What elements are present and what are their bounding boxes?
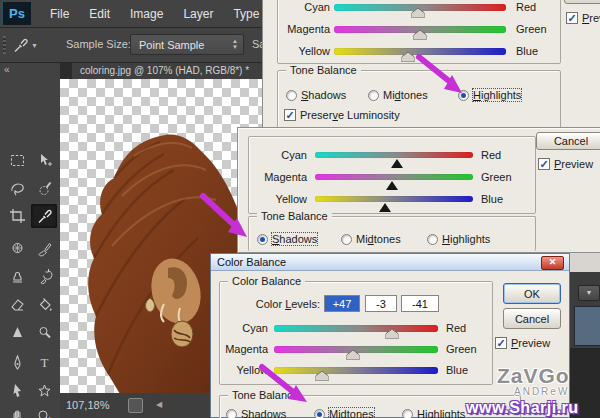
tool-dodge[interactable] bbox=[31, 320, 57, 344]
close-icon[interactable]: ✕ bbox=[541, 256, 564, 270]
tool-move[interactable] bbox=[31, 148, 57, 172]
photoshop-logo: Ps bbox=[2, 1, 32, 26]
eyedropper-preset-button[interactable]: ▼ bbox=[12, 34, 50, 56]
cyan-label: Cyan bbox=[278, 1, 330, 13]
highlights-radio-selected[interactable]: Highlights bbox=[458, 89, 521, 101]
yellow-label: Yellow bbox=[220, 364, 268, 376]
tool-brush[interactable] bbox=[31, 236, 57, 260]
panel-dropdown-button[interactable]: ▼ bbox=[578, 285, 600, 301]
tool-path-selection[interactable] bbox=[4, 378, 30, 402]
color-balance-dialog-top: Cyan Red Magenta Green Yellow Blue bbox=[262, 0, 600, 127]
green-label: Green bbox=[481, 171, 512, 183]
status-expand-icon[interactable]: ◀ bbox=[156, 400, 162, 409]
cancel-button-partial[interactable] bbox=[564, 0, 600, 4]
preview-checkbox-main[interactable]: ✓ Preview bbox=[495, 337, 550, 349]
radio-icon bbox=[368, 90, 379, 101]
menu-file[interactable]: File bbox=[40, 1, 79, 27]
cyan-red-slider[interactable] bbox=[315, 152, 473, 158]
midtones-radio-selected[interactable]: Midtones bbox=[314, 408, 374, 418]
shadows-radio[interactable]: Shadows bbox=[286, 89, 346, 101]
watermark-site: www.Sharji.ru bbox=[466, 399, 579, 417]
tool-rectangular-marquee[interactable] bbox=[4, 148, 30, 172]
slider-thumb[interactable] bbox=[391, 158, 403, 170]
slider-thumb[interactable] bbox=[414, 30, 427, 42]
stamp-icon bbox=[9, 268, 26, 285]
status-bar: 107,18% ◀ bbox=[60, 393, 210, 418]
slider-thumb[interactable] bbox=[379, 202, 391, 214]
cyan-red-slider[interactable] bbox=[334, 4, 506, 11]
tool-eraser[interactable] bbox=[4, 292, 30, 316]
tool-hand[interactable] bbox=[4, 404, 30, 418]
tool-clone-stamp[interactable] bbox=[4, 264, 30, 288]
shadows-radio-selected[interactable]: Shadows bbox=[257, 233, 317, 245]
panel-swatch[interactable] bbox=[574, 306, 600, 346]
highlights-radio[interactable]: Highlights bbox=[427, 233, 490, 245]
options-bar-grip[interactable] bbox=[3, 36, 6, 54]
color-levels-label: Color Levels: bbox=[240, 298, 320, 310]
history-brush-icon bbox=[36, 268, 53, 285]
collapse-panel-icon[interactable]: « bbox=[4, 64, 10, 75]
sample-size-select[interactable]: Point Sample ▲▼ bbox=[130, 34, 244, 55]
color-level-input-1[interactable] bbox=[324, 295, 360, 312]
checkbox-check-icon: ✓ bbox=[284, 109, 296, 121]
magenta-green-slider[interactable] bbox=[315, 174, 473, 180]
svg-text:T: T bbox=[40, 355, 48, 370]
brush-icon bbox=[36, 240, 53, 257]
preview-checkbox-top[interactable]: ✓ Preview bbox=[566, 12, 600, 24]
slider-thumb[interactable] bbox=[412, 8, 425, 20]
menu-image[interactable]: Image bbox=[120, 1, 173, 27]
tool-eyedropper-active[interactable] bbox=[31, 204, 57, 228]
green-label: Green bbox=[446, 343, 477, 355]
document-tab[interactable]: coloring.jpg @ 107% (HAD, RGB/8*) * bbox=[72, 63, 262, 79]
chevron-down-icon: ▼ bbox=[31, 42, 38, 49]
menu-layer[interactable]: Layer bbox=[173, 1, 223, 27]
radio-icon bbox=[286, 90, 297, 101]
cyan-label: Cyan bbox=[249, 149, 307, 161]
midtones-radio[interactable]: Midtones bbox=[341, 233, 401, 245]
patch-icon bbox=[9, 240, 26, 257]
color-level-input-2[interactable] bbox=[365, 295, 397, 312]
cancel-button[interactable]: Cancel bbox=[536, 132, 600, 150]
dialog-title-bar[interactable]: Color Balance ✕ bbox=[211, 254, 569, 271]
blue-label: Blue bbox=[481, 193, 503, 205]
magenta-green-slider[interactable] bbox=[334, 26, 506, 33]
slider-thumb[interactable] bbox=[315, 371, 328, 383]
yellow-blue-slider[interactable] bbox=[315, 196, 473, 202]
cancel-button[interactable]: Cancel bbox=[503, 308, 561, 329]
slider-thumb[interactable] bbox=[386, 329, 399, 341]
marquee-icon bbox=[9, 152, 26, 169]
midtones-radio[interactable]: Midtones bbox=[368, 89, 428, 101]
tool-healing-patch[interactable] bbox=[4, 236, 30, 260]
magenta-green-slider[interactable] bbox=[274, 346, 438, 353]
preview-checkbox-middle[interactable]: ✓ Preview bbox=[538, 158, 593, 170]
cyan-red-slider[interactable] bbox=[274, 325, 438, 332]
highlights-radio[interactable]: Highlights bbox=[402, 408, 465, 418]
red-label: Red bbox=[516, 1, 536, 13]
document-info-icon[interactable] bbox=[128, 398, 143, 413]
ok-button[interactable]: OK bbox=[503, 283, 561, 304]
tool-lasso[interactable] bbox=[4, 176, 30, 200]
tool-history-brush[interactable] bbox=[31, 264, 57, 288]
radio-icon bbox=[402, 409, 413, 418]
blue-label: Blue bbox=[516, 45, 538, 57]
slider-thumb[interactable] bbox=[401, 52, 414, 64]
cyan-label: Cyan bbox=[220, 322, 268, 334]
tool-custom-shape[interactable] bbox=[31, 378, 57, 402]
preserve-luminosity-checkbox[interactable]: ✓ Preserve Luminosity bbox=[284, 109, 400, 121]
tool-pen[interactable] bbox=[4, 350, 30, 374]
type-icon: T bbox=[36, 354, 53, 371]
menu-edit[interactable]: Edit bbox=[79, 1, 120, 27]
zoom-level-field[interactable]: 107,18% bbox=[66, 399, 109, 411]
tool-quick-selection[interactable] bbox=[31, 176, 57, 200]
tool-crop[interactable] bbox=[4, 204, 30, 228]
shape-icon bbox=[36, 382, 53, 399]
slider-thumb[interactable] bbox=[386, 180, 398, 192]
shadows-radio[interactable]: Shadows bbox=[226, 408, 286, 418]
yellow-blue-slider[interactable] bbox=[334, 48, 506, 55]
yellow-blue-slider[interactable] bbox=[274, 367, 438, 374]
tool-type[interactable]: T bbox=[31, 350, 57, 374]
color-level-input-3[interactable] bbox=[401, 295, 439, 312]
tool-paint-bucket[interactable] bbox=[31, 292, 57, 316]
slider-thumb[interactable] bbox=[346, 350, 359, 362]
tool-sharpen[interactable] bbox=[4, 320, 30, 344]
